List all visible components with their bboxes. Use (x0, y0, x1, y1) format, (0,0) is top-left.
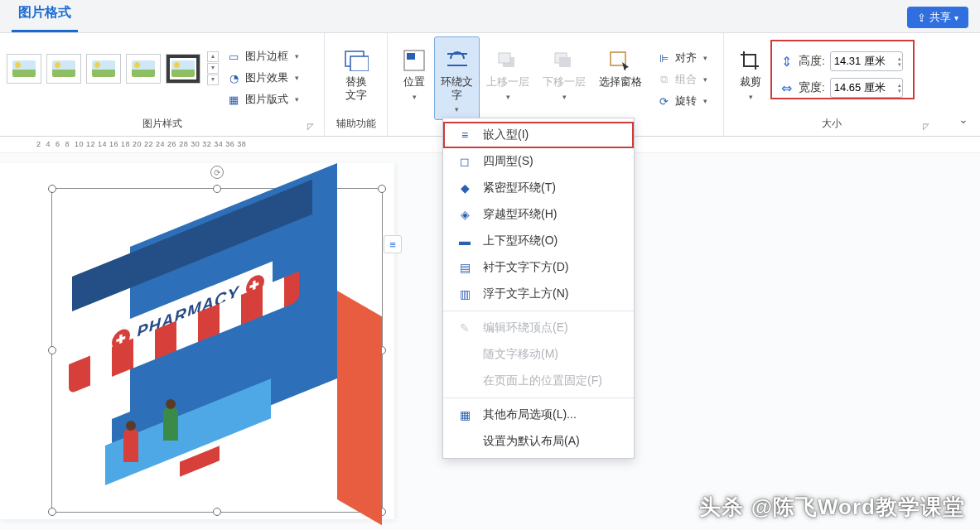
menu-inline[interactable]: ≡嵌入型(I) (443, 122, 634, 148)
chevron-down-icon: ▾ (562, 93, 567, 102)
resize-handle[interactable] (48, 346, 56, 354)
align-icon: ⊫ (657, 51, 670, 65)
page: ⟳ ≡ ✚PHARMACY✚ (0, 163, 394, 519)
inline-icon: ≡ (456, 128, 473, 142)
menu-through[interactable]: ◈穿越型环绕(H) (443, 201, 634, 228)
menu-behind-text[interactable]: ▤衬于文字下方(D) (443, 254, 634, 281)
layout-icon: ▦ (227, 93, 240, 106)
style-thumb-2[interactable] (46, 54, 81, 84)
tab-bar: 图片格式 ⇪ 共享 ▾ (0, 0, 980, 33)
rotate-handle[interactable]: ⟳ (210, 166, 224, 179)
chevron-down-icon: ▾ (506, 93, 510, 102)
style-thumb-4[interactable] (126, 54, 161, 84)
square-icon: ◻ (456, 155, 473, 168)
resize-handle[interactable] (48, 185, 56, 193)
share-button[interactable]: ⇪ 共享 ▾ (907, 7, 968, 28)
wrap-text-menu: ≡嵌入型(I) ◻四周型(S) ◆紧密型环绕(T) ◈穿越型环绕(H) ▬上下型… (442, 118, 635, 459)
group-accessibility: 替换 文字 辅助功能 (325, 33, 388, 136)
chevron-down-icon: ▾ (295, 95, 299, 104)
resize-handle[interactable] (378, 185, 386, 193)
watermark: 头杀 @陈飞Word教学课堂 (699, 493, 965, 522)
height-icon: ⇕ (779, 54, 794, 69)
share-icon: ⇪ (917, 12, 926, 24)
menu-more-layout-options[interactable]: ▦其他布局选项(L)... (443, 402, 634, 428)
border-icon: ▭ (227, 50, 240, 63)
picture-border-button[interactable]: ▭图片边框▾ (224, 46, 302, 66)
ruler-ticks: 2 4 6 8 10 12 14 16 18 20 22 24 26 28 30… (36, 140, 246, 148)
layout-options-badge[interactable]: ≡ (384, 235, 402, 253)
send-backward-button[interactable]: 下移一层▾ (536, 36, 592, 102)
chevron-down-icon: ▾ (295, 52, 299, 60)
group-picture-styles: ▴ ▾ ▾ ▭图片边框▾ ◔图片效果▾ ▦图片版式▾ 图片样式◸ (0, 33, 325, 136)
position-button[interactable]: 位置▾ (394, 36, 434, 102)
menu-move-with-text: 随文字移动(M) (443, 341, 634, 368)
group-button[interactable]: ⧉组合▾ (654, 70, 711, 89)
picture-style-gallery[interactable]: ▴ ▾ ▾ (7, 36, 219, 85)
group-label-size: 大小◸ (731, 113, 933, 136)
edit-points-icon: ✎ (456, 321, 473, 335)
group-label-styles: 图片样式◸ (7, 113, 317, 136)
rotate-icon: ⟳ (657, 94, 670, 108)
width-spinner[interactable]: ▴▾ (898, 82, 906, 94)
menu-top-bottom[interactable]: ▬上下型环绕(O) (443, 228, 634, 254)
menu-tight[interactable]: ◆紧密型环绕(T) (443, 175, 634, 201)
menu-square[interactable]: ◻四周型(S) (443, 148, 634, 175)
svg-rect-1 (350, 56, 369, 71)
share-label: 共享 (929, 10, 951, 25)
gallery-more[interactable]: ▾ (207, 75, 219, 85)
bring-forward-button[interactable]: 上移一层▾ (480, 36, 536, 102)
group-size: 裁剪▾ ⇕ 高度: ▴▾ ⇔ 宽度: ▴▾ 大小◸ (724, 33, 939, 136)
height-label: 高度: (799, 54, 825, 69)
width-icon: ⇔ (779, 80, 794, 95)
chevron-down-icon: ▾ (954, 13, 958, 22)
wrap-text-button[interactable]: 环绕文 字▾ (434, 36, 480, 120)
svg-rect-7 (499, 53, 510, 63)
menu-set-default-layout[interactable]: 设置为默认布局(A) (443, 428, 634, 455)
front-icon: ▥ (456, 287, 473, 301)
chevron-down-icon: ▾ (703, 75, 707, 84)
chevron-down-icon: ▾ (413, 93, 417, 102)
menu-edit-wrap-points: ✎编辑环绕顶点(E) (443, 315, 634, 341)
chevron-down-icon: ▾ (295, 74, 299, 82)
tab-picture-format[interactable]: 图片格式 (12, 0, 78, 32)
wrap-text-icon (444, 48, 471, 73)
menu-fix-position: 在页面上的位置固定(F) (443, 368, 634, 394)
picture-layout-button[interactable]: ▦图片版式▾ (224, 89, 302, 109)
height-spinner[interactable]: ▴▾ (898, 55, 906, 67)
picture-effects-button[interactable]: ◔图片效果▾ (224, 68, 302, 88)
width-input[interactable] (830, 78, 903, 98)
crop-icon (737, 48, 764, 73)
effects-icon: ◔ (227, 71, 240, 84)
behind-icon: ▤ (456, 261, 473, 274)
width-label: 宽度: (799, 80, 825, 95)
dialog-launcher-icon[interactable]: ◸ (306, 122, 316, 132)
resize-handle[interactable] (48, 508, 56, 516)
group-label-accessibility: 辅助功能 (331, 113, 380, 136)
chevron-down-icon: ▾ (703, 97, 707, 105)
gallery-up[interactable]: ▴ (207, 51, 219, 62)
align-button[interactable]: ⊫对齐▾ (654, 48, 711, 68)
selection-pane-button[interactable]: 选择窗格 (592, 36, 649, 89)
menu-front-text[interactable]: ▥浮于文字上方(N) (443, 281, 634, 307)
gallery-down[interactable]: ▾ (207, 63, 219, 74)
dialog-launcher-icon[interactable]: ◸ (921, 122, 931, 132)
style-thumb-3[interactable] (86, 54, 121, 84)
selected-image-frame[interactable]: ⟳ ≡ ✚PHARMACY✚ (51, 188, 383, 513)
svg-rect-9 (559, 57, 571, 67)
alt-text-button[interactable]: 替换 文字 (336, 36, 376, 102)
position-icon (401, 48, 427, 73)
height-input[interactable] (830, 51, 903, 71)
width-row: ⇔ 宽度: ▴▾ (779, 78, 906, 98)
bring-forward-icon (495, 48, 521, 73)
style-thumb-1[interactable] (7, 54, 41, 84)
chevron-down-icon: ▾ (703, 54, 707, 62)
crop-button[interactable]: 裁剪▾ (731, 36, 770, 102)
alt-text-icon (343, 48, 369, 73)
collapse-ribbon-button[interactable]: ⌄ (958, 113, 968, 126)
height-row: ⇕ 高度: ▴▾ (779, 51, 906, 71)
resize-handle[interactable] (213, 185, 221, 193)
rotate-button[interactable]: ⟳旋转▾ (654, 91, 711, 111)
style-thumb-selected[interactable] (166, 54, 200, 84)
group-icon: ⧉ (657, 73, 670, 86)
through-icon: ◈ (456, 208, 473, 221)
